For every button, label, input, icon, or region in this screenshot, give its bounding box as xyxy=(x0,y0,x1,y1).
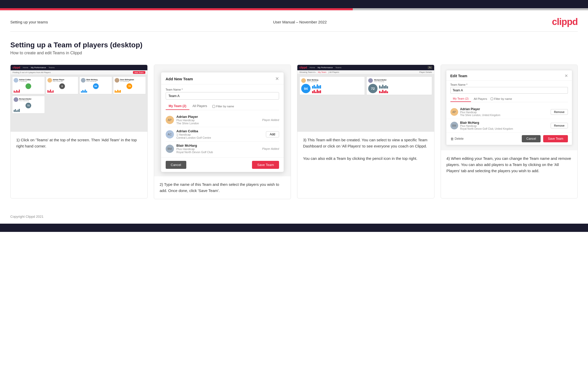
card-4-text: 4) When editing your Team, you can chang… xyxy=(441,150,578,179)
add-team-dialog: Add New Team ✕ Team Name * My Team (2) A… xyxy=(161,72,284,172)
edit-dialog-header: Edit Team ✕ xyxy=(446,70,572,81)
edit-team-name-label: Team Name * xyxy=(450,83,568,86)
trash-icon: 🗑 xyxy=(450,137,454,141)
team-name-input[interactable] xyxy=(166,92,279,100)
player-row-1: AP Adrian Player Plus HandicapThe Shire … xyxy=(166,113,279,127)
mock-player-card-4: Dave Billingham 3.5 Handicap 78 xyxy=(113,76,146,94)
card-3-screenshot: clippd Home My Performance Teams ✎ Showi… xyxy=(297,65,434,132)
player-avatar-3: BM xyxy=(166,145,174,153)
edit-save-button[interactable]: Save Team xyxy=(543,135,568,142)
tab-my-team[interactable]: My Team (2) xyxy=(166,103,189,110)
card-2: Add New Team ✕ Team Name * My Team (2) A… xyxy=(154,65,291,199)
card-4-screenshot: Edit Team ✕ Team Name * My Team (2) All … xyxy=(441,65,578,150)
add-player-btn-2[interactable]: Add xyxy=(266,131,279,137)
player-name-2: Adrian Coliba xyxy=(177,129,211,133)
team-name-label: Team Name * xyxy=(166,88,279,91)
card-4: Edit Team ✕ Team Name * My Team (2) All … xyxy=(441,65,578,198)
dialog-tabs: My Team (2) All Players Filter by name xyxy=(166,103,279,110)
card-2-screenshot: Add New Team ✕ Team Name * My Team (2) A… xyxy=(154,65,291,176)
edit-footer: 🗑 Delete Cancel Save Team xyxy=(446,133,572,145)
player-avatar-2: AC xyxy=(166,130,174,138)
header-left-text: Setting up your teams xyxy=(10,20,48,24)
mock-logo-1: clippd xyxy=(13,66,20,69)
edit-player-club-2: Plus HandicapRoyal North Devon Golf Club… xyxy=(460,125,513,130)
card-3-text-1: 3) This Team will then be created. You c… xyxy=(297,132,434,167)
player-name-3: Blair McHarg xyxy=(177,144,213,147)
player-row-3: BM Blair McHarg Plus HandicapRoyal North… xyxy=(166,142,279,154)
player-row-2: AC Adrian Coliba 1 HandicapCentral Londo… xyxy=(166,127,279,142)
red-stripe xyxy=(0,8,588,10)
edit-tab-my-team[interactable]: My Team (2) xyxy=(450,96,471,102)
edit-filter-label: Filter by name xyxy=(494,97,512,100)
page-header: Setting up your teams User Manual – Nove… xyxy=(0,10,588,31)
mock-player-card-2: Adrian Player Plus Handicap 0 xyxy=(46,76,79,94)
card-1-screenshot: clippd Home My Performance Teams Finding… xyxy=(11,65,147,132)
dialog-footer: Cancel Save Team xyxy=(161,158,284,172)
player-club-2: 1 HandicapCentral London Golf Centre xyxy=(177,133,211,139)
player-status-3: Player Added xyxy=(262,147,279,150)
player-club-1: Plus HandicapThe Shire London xyxy=(177,119,199,125)
player-name-1: Adrian Player xyxy=(177,115,199,119)
page-subtitle: How to create and edit Teams in Clippd xyxy=(10,51,578,55)
card-3: clippd Home My Performance Teams ✎ Showi… xyxy=(297,65,434,198)
edit-avatar-2: BM xyxy=(450,122,458,129)
mock-player-card-1: Adrian Coliba 1 Handicap xyxy=(12,76,45,94)
card-2-text: 2) Type the name of this Team and then s… xyxy=(154,176,291,199)
dialog-header: Add New Team ✕ xyxy=(161,72,284,84)
tab-all-players[interactable]: All Players xyxy=(189,103,210,110)
edit-team-dialog: Edit Team ✕ Team Name * My Team (2) All … xyxy=(446,70,573,145)
dialog-title: Add New Team xyxy=(166,77,193,81)
card-1: clippd Home My Performance Teams Finding… xyxy=(10,65,148,198)
edit-player-name-2: Blair McHarg xyxy=(460,121,513,125)
edit-player-row-1: AP Adrian Player Plus HandicapThe Shire … xyxy=(446,105,572,119)
edit-dialog-title: Edit Team xyxy=(450,74,467,78)
edit-player-row-2: BM Blair McHarg Plus HandicapRoyal North… xyxy=(446,119,572,133)
mock-player-card-5: Richard Butler Plus Handicap 72 xyxy=(12,96,45,113)
save-team-button[interactable]: Save Team xyxy=(252,161,279,169)
footer: Copyright Clippd 2021 xyxy=(0,209,588,224)
edit-close-icon[interactable]: ✕ xyxy=(565,73,568,78)
card-1-text: 1) Click on 'Teams' at the top of the sc… xyxy=(11,132,147,154)
mock-player-card-3: Blair McHarg Plus Handicap 94 xyxy=(79,76,112,94)
dialog-body: Team Name * My Team (2) All Players Filt… xyxy=(161,84,284,158)
top-bar xyxy=(0,0,588,8)
close-icon[interactable]: ✕ xyxy=(275,76,279,82)
edit-team-name-input[interactable] xyxy=(450,87,568,94)
filter-label: Filter by name xyxy=(216,105,234,108)
remove-player-btn-2[interactable]: Remove xyxy=(551,123,568,128)
player-list: AP Adrian Player Plus HandicapThe Shire … xyxy=(166,113,279,154)
edit-avatar-1: AP xyxy=(450,108,458,116)
edit-tabs: My Team (2) All Players Filter by name xyxy=(450,96,568,102)
edit-cancel-button[interactable]: Cancel xyxy=(522,135,541,142)
page-title: Setting up a Team of players (desktop) xyxy=(10,41,578,49)
player-club-3: Plus HandicapRoyal North Devon Golf Club xyxy=(177,147,213,154)
cards-row: clippd Home My Performance Teams Finding… xyxy=(10,65,578,199)
copyright-text: Copyright Clippd 2021 xyxy=(10,215,44,219)
header-center-text: User Manual – November 2022 xyxy=(273,20,327,24)
main-content: Setting up a Team of players (desktop) H… xyxy=(0,32,588,209)
filter-checkbox[interactable] xyxy=(212,105,215,108)
cancel-button[interactable]: Cancel xyxy=(166,161,186,169)
remove-player-btn-1[interactable]: Remove xyxy=(551,109,568,115)
logo: clippd xyxy=(552,16,578,27)
delete-button[interactable]: 🗑 Delete xyxy=(450,137,464,141)
bottom-bar xyxy=(0,224,588,232)
edit-player-name-1: Adrian Player xyxy=(460,107,500,111)
player-status-1: Player Added xyxy=(262,118,279,121)
edit-tab-all-players[interactable]: All Players xyxy=(471,96,490,102)
edit-player-club-1: Plus HandicapThe Shire London, United Ki… xyxy=(460,111,500,117)
edit-filter-checkbox[interactable] xyxy=(491,98,493,100)
player-avatar-1: AP xyxy=(166,116,174,124)
